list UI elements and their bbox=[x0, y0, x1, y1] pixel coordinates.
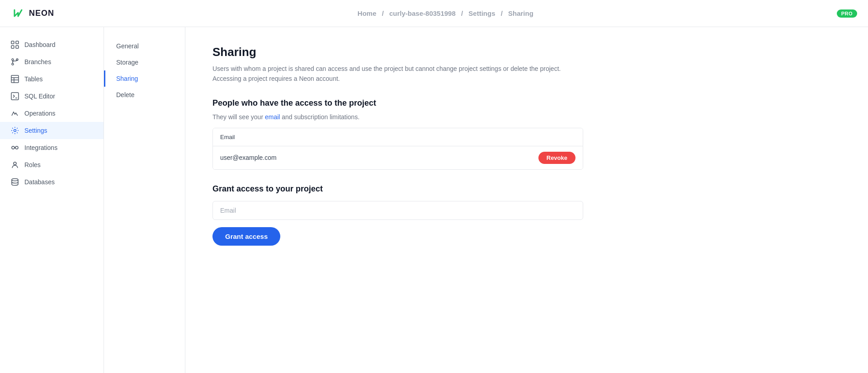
tables-icon bbox=[11, 75, 19, 83]
sql-icon bbox=[11, 92, 19, 100]
logo-text: NEON bbox=[29, 9, 54, 18]
breadcrumb-sep3: / bbox=[501, 9, 505, 17]
settings-icon bbox=[11, 126, 19, 135]
svg-point-17 bbox=[12, 179, 18, 181]
svg-point-6 bbox=[12, 63, 14, 65]
subnav-delete[interactable]: Delete bbox=[104, 87, 185, 103]
svg-rect-8 bbox=[11, 75, 19, 83]
integrations-icon bbox=[11, 144, 19, 152]
subnav-storage[interactable]: Storage bbox=[104, 54, 185, 70]
sidebar-item-roles[interactable]: Roles bbox=[0, 156, 104, 173]
sidebar-label-dashboard: Dashboard bbox=[24, 41, 56, 48]
grant-section: Grant access to your project Grant acces… bbox=[212, 184, 583, 246]
logo-area: NEON bbox=[11, 6, 54, 21]
email-table-row: user@example.com Revoke bbox=[213, 146, 583, 169]
svg-point-5 bbox=[12, 59, 14, 61]
roles-icon bbox=[11, 161, 19, 169]
sidebar-label-databases: Databases bbox=[24, 178, 55, 186]
operations-icon bbox=[11, 109, 19, 117]
grant-access-button[interactable]: Grant access bbox=[212, 227, 280, 246]
svg-point-14 bbox=[12, 146, 14, 149]
breadcrumb-home[interactable]: Home bbox=[358, 9, 377, 17]
svg-rect-2 bbox=[16, 41, 19, 44]
breadcrumb: Home / curly-base-80351998 / Settings / … bbox=[356, 9, 535, 17]
svg-rect-1 bbox=[11, 41, 14, 44]
existing-user-email: user@example.com bbox=[220, 154, 277, 161]
page-title: Sharing bbox=[212, 45, 841, 59]
dashboard-icon bbox=[11, 41, 19, 49]
sidebar: Dashboard Branches bbox=[0, 27, 104, 373]
sidebar-label-roles: Roles bbox=[24, 161, 41, 168]
sidebar-label-sql-editor: SQL Editor bbox=[24, 93, 55, 100]
grant-email-input[interactable] bbox=[212, 201, 583, 220]
sidebar-label-branches: Branches bbox=[24, 58, 51, 65]
page-content: Sharing Users with whom a project is sha… bbox=[185, 27, 868, 373]
revoke-button[interactable]: Revoke bbox=[538, 152, 576, 164]
subnav-general[interactable]: General bbox=[104, 38, 185, 54]
subtitle-suffix: and subscription limitations. bbox=[280, 113, 359, 121]
sidebar-item-sql-editor[interactable]: SQL Editor bbox=[0, 88, 104, 105]
grant-section-title: Grant access to your project bbox=[212, 184, 583, 194]
email-table: Email user@example.com Revoke bbox=[212, 128, 583, 170]
svg-point-16 bbox=[14, 162, 16, 165]
neon-logo-icon bbox=[11, 6, 25, 21]
sidebar-item-databases[interactable]: Databases bbox=[0, 173, 104, 191]
databases-icon bbox=[11, 178, 19, 186]
breadcrumb-sharing[interactable]: Sharing bbox=[508, 9, 533, 17]
pro-badge: PRO bbox=[837, 9, 857, 18]
branches-icon bbox=[11, 58, 19, 66]
sidebar-item-branches[interactable]: Branches bbox=[0, 53, 104, 70]
svg-rect-4 bbox=[16, 46, 19, 48]
email-table-header: Email bbox=[213, 128, 583, 146]
svg-rect-3 bbox=[11, 46, 14, 48]
svg-point-15 bbox=[15, 146, 18, 149]
access-section-title: People who have the access to the projec… bbox=[212, 98, 841, 108]
subnav-sharing[interactable]: Sharing bbox=[104, 70, 185, 87]
sidebar-label-integrations: Integrations bbox=[24, 144, 57, 151]
content-area: General Storage Sharing Delete Sharing U… bbox=[104, 27, 868, 373]
sidebar-item-tables[interactable]: Tables bbox=[0, 70, 104, 88]
breadcrumb-project[interactable]: curly-base-80351998 bbox=[389, 9, 456, 17]
sidebar-label-settings: Settings bbox=[24, 127, 47, 134]
breadcrumb-settings[interactable]: Settings bbox=[468, 9, 495, 17]
subtitle-prefix: They will see your bbox=[212, 113, 265, 121]
sidebar-label-operations: Operations bbox=[24, 110, 55, 117]
sidebar-label-tables: Tables bbox=[24, 75, 42, 83]
sidebar-item-integrations[interactable]: Integrations bbox=[0, 139, 104, 156]
sidebar-item-dashboard[interactable]: Dashboard bbox=[0, 36, 104, 53]
sidebar-item-settings[interactable]: Settings bbox=[0, 122, 104, 139]
settings-subnav: General Storage Sharing Delete bbox=[104, 27, 185, 373]
main-layout: Dashboard Branches bbox=[0, 27, 868, 373]
subtitle-link[interactable]: email bbox=[265, 113, 280, 121]
access-section-subtitle: They will see your email and subscriptio… bbox=[212, 113, 841, 121]
breadcrumb-sep1: / bbox=[382, 9, 386, 17]
page-description: Users with whom a project is shared can … bbox=[212, 64, 574, 84]
top-header: NEON Home / curly-base-80351998 / Settin… bbox=[0, 0, 868, 27]
svg-point-13 bbox=[14, 130, 16, 132]
sidebar-item-operations[interactable]: Operations bbox=[0, 105, 104, 122]
breadcrumb-sep2: / bbox=[461, 9, 465, 17]
